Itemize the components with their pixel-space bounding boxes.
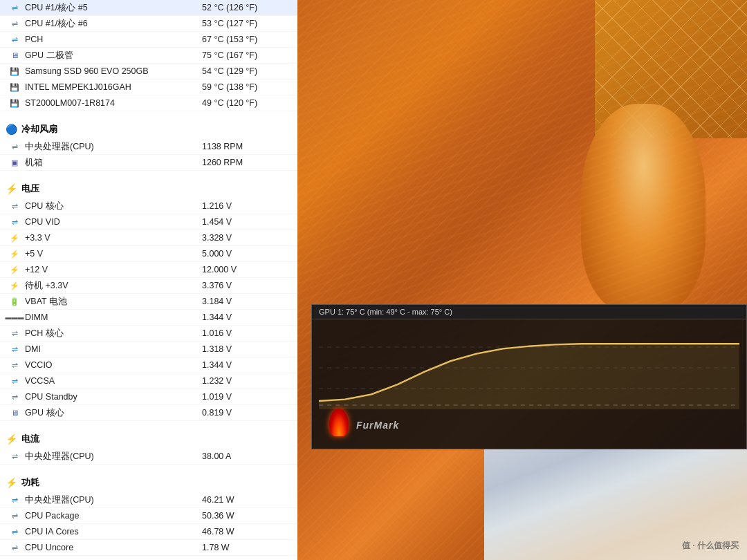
cpu-standby-row: ⇌ CPU Standby 1.019 V — [0, 389, 297, 405]
v12-label: +12 V — [25, 265, 202, 274]
gpu-diode-label: GPU 二极管 — [25, 50, 202, 62]
photo-background: GPU 1: 75° C (min: 49° C - max: 75° C) — [297, 0, 747, 560]
cpu-core-v-value: 1.216 V — [202, 201, 292, 211]
cpu-standby-label: CPU Standby — [25, 392, 202, 402]
gpu-core-v-row: 🖥 GPU 核心 0.819 V — [0, 405, 297, 421]
furmark-logo: FurMark — [326, 409, 399, 442]
samsung-ssd-label: Samsung SSD 960 EVO 250GB — [25, 66, 202, 76]
cpu-package-value: 50.36 W — [202, 511, 292, 521]
vbat-label: VBAT 电池 — [25, 296, 202, 308]
cpu-fan-row: ⇌ 中央处理器(CPU) 1138 RPM — [0, 139, 297, 155]
gpu-diode-row: 🖥 GPU 二极管 75 °C (167 °F) — [0, 48, 297, 64]
gpu-icon: 🖥 — [8, 49, 21, 62]
furmark-header: GPU 1: 75° C (min: 49° C - max: 75° C) — [312, 305, 746, 319]
cpu-fan-icon: ⇌ — [8, 140, 21, 153]
voltage-section-header: ⚡ 电压 — [0, 179, 297, 198]
power-section-header: ⚡ 功耗 — [0, 473, 297, 492]
standby-row: ⚡ 待机 +3.3V 3.376 V — [0, 278, 297, 294]
cpu-core-v-row: ⇌ CPU 核心 1.216 V — [0, 198, 297, 214]
cpu-uncore-value: 1.78 W — [202, 543, 292, 552]
case-fan-label: 机箱 — [25, 157, 202, 169]
cpu-uncore-row: ⇌ CPU Uncore 1.78 W — [0, 540, 297, 556]
cpu-icon: ⇌ — [8, 343, 21, 355]
cpu-icon: ⇌ — [8, 510, 21, 522]
dimm-icon: ▬▬▬ — [8, 557, 21, 560]
cpu-ia-cores-value: 46.78 W — [202, 527, 292, 536]
cpu-current-value: 38.00 A — [202, 451, 292, 461]
gpu-icon: 🖥 — [8, 407, 21, 419]
cpu-icon: ⇌ — [8, 327, 21, 339]
cpu-core6-value: 53 °C (127 °F) — [202, 19, 292, 28]
flame-icon — [326, 409, 352, 442]
cpu-core5-label: CPU #1/核心 #5 — [25, 2, 202, 14]
samsung-ssd-value: 54 °C (129 °F) — [202, 66, 292, 76]
standby-value: 3.376 V — [202, 281, 292, 290]
pch-label: PCH — [25, 35, 202, 44]
furmark-text: FurMark — [356, 420, 399, 431]
cpu-current-label: 中央处理器(CPU) — [25, 451, 202, 463]
case-fan-value: 1260 RPM — [202, 158, 292, 167]
vccsa-value: 1.232 V — [202, 376, 292, 386]
gpu-temp-label: GPU 1: 75° C (min: 49° C - max: 75° C) — [319, 308, 452, 316]
cpu-icon: ⇌ — [8, 359, 21, 371]
bolt-icon: ⚡ — [8, 263, 21, 276]
v5-row: ⚡ +5 V 5.000 V — [0, 246, 297, 262]
cpu-vid-label: CPU VID — [25, 217, 202, 227]
cpu-ia-cores-label: CPU IA Cores — [25, 527, 202, 536]
cpu-current-row: ⇌ 中央处理器(CPU) 38.00 A — [0, 449, 297, 465]
intel-mempek-row: 💾 INTEL MEMPEK1J016GAH 59 °C (138 °F) — [0, 80, 297, 95]
v5-label: +5 V — [25, 249, 202, 259]
cpu-icon: ⇌ — [8, 494, 21, 506]
battery-icon: 🔋 — [8, 295, 21, 308]
dimm-v-row: ▬▬▬ DIMM 1.344 V — [0, 310, 297, 326]
power-icon: ⚡ — [6, 477, 17, 488]
cpu-package-label: CPU Package — [25, 511, 202, 521]
standby-label: 待机 +3.3V — [25, 280, 202, 292]
dimm-power-row: ▬▬▬ DIMM 1.80 W — [0, 556, 297, 560]
st2000-label: ST2000LM007-1R8174 — [25, 98, 202, 108]
cpu-power-row: ⇌ 中央处理器(CPU) 46.21 W — [0, 492, 297, 508]
cpu-icon: ⇌ — [8, 17, 21, 30]
dmi-label: DMI — [25, 344, 202, 354]
cpu-icon: ⇌ — [8, 216, 21, 228]
watermark-text: 值 · 什么值得买 — [682, 541, 739, 550]
dimm-v-label: DIMM — [25, 312, 202, 322]
case-icon: ▣ — [8, 156, 21, 169]
cpu-vid-value: 1.454 V — [202, 217, 292, 227]
gpu-core-v-value: 0.819 V — [202, 408, 292, 418]
hwmonitor-panel: ⇌ CPU #1/核心 #5 52 °C (126 °F) ⇌ CPU #1/核… — [0, 0, 297, 560]
gpu-core-v-label: GPU 核心 — [25, 407, 202, 419]
pch-core-label: PCH 核心 — [25, 328, 202, 339]
cpu-core5-row: ⇌ CPU #1/核心 #5 52 °C (126 °F) — [0, 0, 297, 16]
cpu-core6-label: CPU #1/核心 #6 — [25, 18, 202, 30]
intel-mempek-value: 59 °C (138 °F) — [202, 82, 292, 92]
samsung-ssd-row: 💾 Samsung SSD 960 EVO 250GB 54 °C (129 °… — [0, 64, 297, 80]
disk-icon: 💾 — [8, 81, 21, 93]
vccsa-label: VCCSA — [25, 376, 202, 386]
vccio-value: 1.344 V — [202, 360, 292, 370]
cpu-fan-value: 1138 RPM — [202, 142, 292, 151]
bolt-icon: ⚡ — [8, 279, 21, 292]
v5-value: 5.000 V — [202, 249, 292, 259]
temp-chart-svg — [319, 326, 739, 409]
cpu-icon: ⇌ — [8, 541, 21, 554]
pch-core-value: 1.016 V — [202, 328, 292, 338]
v33-label: +3.3 V — [25, 233, 202, 243]
v33-row: ⚡ +3.3 V 3.328 V — [0, 230, 297, 246]
voltage-icon: ⚡ — [6, 183, 17, 194]
vbat-row: 🔋 VBAT 电池 3.184 V — [0, 294, 297, 310]
vccsa-row: ⇌ VCCSA 1.232 V — [0, 373, 297, 389]
cpu-standby-value: 1.019 V — [202, 392, 292, 402]
cpu-fan-label: 中央处理器(CPU) — [25, 141, 202, 153]
v12-row: ⚡ +12 V 12.000 V — [0, 262, 297, 278]
cpu-icon: ⇌ — [8, 200, 21, 212]
pch-row: ⇌ PCH 67 °C (153 °F) — [0, 32, 297, 48]
cpu-core6-row: ⇌ CPU #1/核心 #6 53 °C (127 °F) — [0, 16, 297, 32]
cpu-vid-row: ⇌ CPU VID 1.454 V — [0, 214, 297, 230]
v33-value: 3.328 V — [202, 233, 292, 243]
dimm-icon: ▬▬▬ — [8, 311, 21, 324]
cpu-icon: ⇌ — [8, 450, 21, 463]
pch-value: 67 °C (153 °F) — [202, 35, 292, 44]
cpu-uncore-label: CPU Uncore — [25, 543, 202, 552]
svg-marker-4 — [319, 344, 739, 409]
